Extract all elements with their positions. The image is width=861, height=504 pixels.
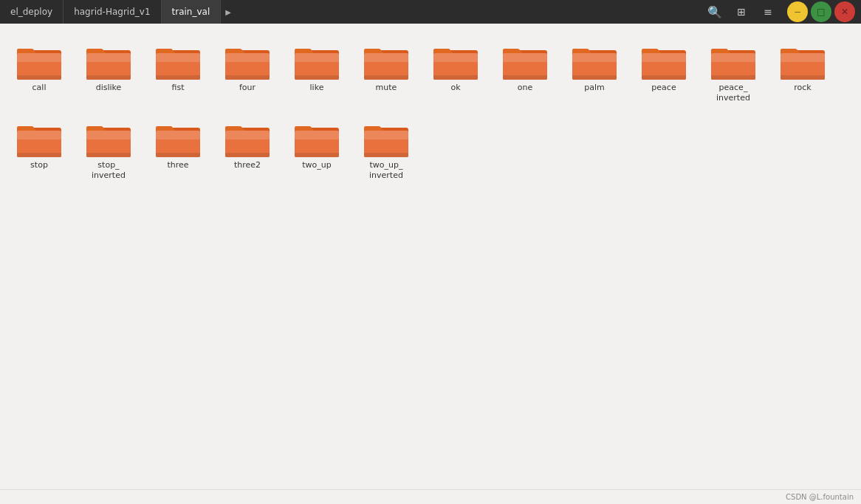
maximize-button[interactable]: □: [811, 1, 831, 22]
folder-item[interactable]: peace: [631, 35, 697, 110]
svg-rect-27: [433, 75, 478, 80]
titlebar-actions: 🔍 ⊞ ≡ − □ ✕: [702, 0, 861, 24]
maximize-icon: □: [817, 7, 825, 17]
svg-rect-18: [295, 53, 339, 62]
svg-rect-14: [225, 53, 270, 62]
folder-label: three2: [234, 160, 261, 170]
svg-rect-19: [295, 75, 339, 80]
folder-item[interactable]: two_up: [284, 113, 350, 187]
folder-icon: [293, 41, 340, 83]
folder-item[interactable]: ok: [422, 35, 489, 110]
folder-item[interactable]: stop: [6, 113, 72, 187]
svg-rect-59: [156, 153, 200, 157]
folder-icon: [154, 119, 202, 160]
svg-rect-31: [503, 75, 547, 80]
folder-item[interactable]: one: [492, 35, 558, 110]
svg-rect-66: [295, 131, 339, 139]
svg-rect-62: [225, 131, 270, 139]
svg-rect-10: [156, 53, 200, 62]
statusbar-text: CSDN @L.fountain: [786, 493, 854, 501]
tab-trainval[interactable]: train_val: [162, 0, 222, 24]
folder-label: call: [32, 83, 47, 93]
svg-rect-39: [642, 75, 686, 80]
folder-label: four: [239, 83, 255, 93]
view-grid-button[interactable]: ⊞: [728, 0, 755, 24]
svg-rect-67: [295, 153, 339, 157]
svg-rect-6: [86, 53, 131, 62]
folder-item[interactable]: three2: [214, 113, 281, 187]
folder-item[interactable]: four: [214, 35, 281, 110]
tab-arrow[interactable]: ▶: [221, 0, 236, 24]
folder-label: dislike: [96, 83, 122, 93]
folder-icon: [85, 41, 132, 83]
folder-icon: [16, 41, 63, 83]
folder-icon: [224, 119, 271, 160]
svg-rect-46: [781, 53, 825, 62]
window-controls: − □ ✕: [781, 1, 861, 22]
svg-rect-7: [86, 75, 131, 80]
folder-item[interactable]: like: [284, 35, 350, 110]
svg-rect-58: [156, 131, 200, 139]
svg-rect-35: [572, 75, 617, 80]
folder-icon: [779, 41, 826, 83]
svg-rect-51: [17, 153, 61, 157]
folder-icon: [501, 41, 549, 83]
search-icon: 🔍: [707, 5, 722, 19]
svg-rect-54: [86, 131, 131, 139]
folder-icon: [571, 41, 618, 83]
svg-rect-55: [86, 153, 131, 157]
folder-icon: [16, 119, 63, 160]
folder-item[interactable]: fist: [145, 35, 211, 110]
folder-icon: [710, 41, 757, 83]
svg-rect-70: [364, 131, 408, 139]
minimize-button[interactable]: −: [787, 1, 808, 22]
svg-rect-22: [364, 53, 408, 62]
svg-rect-23: [364, 75, 408, 80]
folder-icon: [224, 41, 271, 83]
folder-grid: calldislikefistfourlikemuteokonepalmpeac…: [6, 35, 855, 187]
folder-icon: [640, 41, 687, 83]
folder-label: two_up_ inverted: [369, 160, 403, 182]
svg-rect-26: [433, 53, 478, 62]
close-icon: ✕: [841, 7, 848, 17]
svg-rect-15: [225, 75, 270, 80]
svg-rect-71: [364, 153, 408, 157]
folder-item[interactable]: stop_ inverted: [75, 113, 142, 187]
svg-rect-38: [642, 53, 686, 62]
titlebar: el_deploy hagrid-Hagrid_v1 train_val ▶ 🔍…: [0, 0, 861, 24]
statusbar: CSDN @L.fountain: [0, 489, 861, 504]
view-list-button[interactable]: ≡: [755, 0, 781, 24]
folder-icon: [85, 119, 132, 160]
folder-item[interactable]: three: [145, 113, 211, 187]
svg-rect-47: [781, 75, 825, 80]
svg-rect-50: [17, 131, 61, 139]
tab-hagrid-label: hagrid-Hagrid_v1: [74, 7, 150, 17]
folder-label: fist: [172, 83, 185, 93]
tab-trainval-label: train_val: [172, 7, 210, 17]
folder-label: three: [167, 160, 188, 170]
folder-item[interactable]: peace_ inverted: [700, 35, 766, 110]
folder-item[interactable]: dislike: [75, 35, 142, 110]
file-browser-main: calldislikefistfourlikemuteokonepalmpeac…: [0, 24, 861, 489]
folder-label: one: [518, 83, 532, 93]
svg-rect-34: [572, 53, 617, 62]
folder-icon: [363, 41, 410, 83]
folder-item[interactable]: mute: [353, 35, 419, 110]
svg-rect-63: [225, 153, 270, 157]
more-tabs-icon: ▶: [225, 8, 231, 16]
search-button[interactable]: 🔍: [702, 0, 728, 24]
close-button[interactable]: ✕: [834, 1, 855, 22]
tab-hagrid[interactable]: hagrid-Hagrid_v1: [64, 0, 161, 24]
tab-deploy[interactable]: el_deploy: [0, 0, 64, 24]
folder-icon: [293, 119, 340, 160]
folder-item[interactable]: palm: [561, 35, 628, 110]
folder-item[interactable]: rock: [769, 35, 836, 110]
svg-rect-3: [17, 75, 61, 80]
folder-label: peace: [651, 83, 676, 93]
folder-label: ok: [450, 83, 460, 93]
folder-item[interactable]: call: [6, 35, 72, 110]
minimize-icon: −: [794, 7, 801, 17]
folder-label: stop: [30, 160, 48, 170]
folder-label: like: [310, 83, 324, 93]
folder-item[interactable]: two_up_ inverted: [353, 113, 419, 187]
